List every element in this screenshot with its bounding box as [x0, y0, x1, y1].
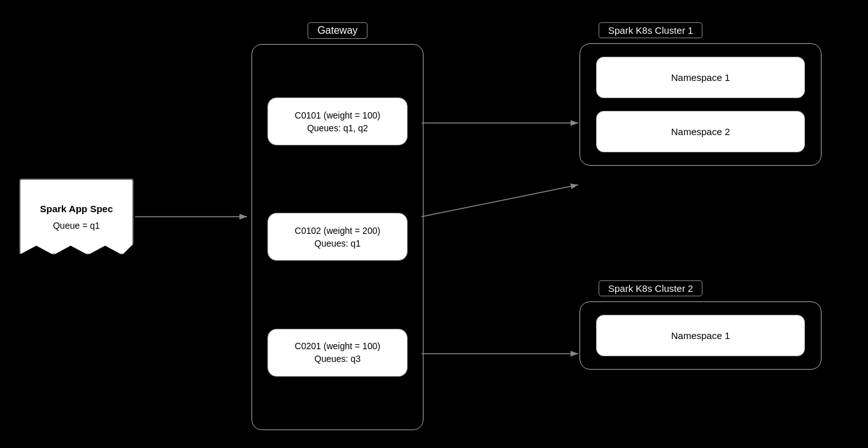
k8s-cluster-1-namespace-1: Namespace 1: [596, 57, 805, 98]
cluster-card-c0101: C0101 (weight = 100) Queues: q1, q2: [267, 98, 408, 145]
cluster-card-c0102-title: C0102 (weight = 200): [295, 226, 380, 236]
k8s-cluster-1-namespace-1-label: Namespace 1: [671, 72, 730, 83]
k8s-cluster-2-namespace-1-label: Namespace 1: [671, 330, 730, 341]
spark-app-spec-box: Spark App Spec Queue = q1: [19, 178, 134, 255]
k8s-cluster-1-namespace-2: Namespace 2: [596, 111, 805, 152]
cluster-card-c0102: C0102 (weight = 200) Queues: q1: [267, 213, 408, 261]
cluster-card-c0101-title: C0101 (weight = 100): [295, 110, 380, 120]
k8s-cluster-2-label: Spark K8s Cluster 2: [599, 280, 702, 296]
k8s-cluster-2-wrapper: Spark K8s Cluster 2 Namespace 1: [580, 280, 828, 370]
k8s-cluster-2-box: Namespace 1: [580, 301, 822, 370]
k8s-cluster-1-namespace-2-label: Namespace 2: [671, 126, 730, 137]
gateway-label: Gateway: [308, 22, 367, 39]
cluster-card-c0201: C0201 (weight = 100) Queues: q3: [267, 329, 408, 377]
k8s-cluster-2-namespace-1: Namespace 1: [596, 315, 805, 356]
cluster-card-c0201-title: C0201 (weight = 100): [295, 341, 380, 351]
diagram-container: Spark App Spec Queue = q1 Gateway C0101 …: [0, 0, 868, 448]
cluster-card-c0101-queues: Queues: q1, q2: [307, 123, 368, 133]
cluster-card-c0201-queues: Queues: q3: [315, 354, 360, 364]
spark-app-spec-queue: Queue = q1: [53, 220, 100, 231]
gateway-box: C0101 (weight = 100) Queues: q1, q2 C010…: [252, 44, 423, 430]
arrow-c0102-to-ns2: [422, 185, 578, 217]
k8s-cluster-1-wrapper: Spark K8s Cluster 1 Namespace 1 Namespac…: [580, 22, 828, 166]
gateway-wrapper: Gateway C0101 (weight = 100) Queues: q1,…: [248, 22, 427, 430]
k8s-cluster-1-label: Spark K8s Cluster 1: [599, 22, 702, 38]
k8s-cluster-1-box: Namespace 1 Namespace 2: [580, 43, 822, 166]
spark-app-spec-title: Spark App Spec: [40, 203, 113, 214]
cluster-card-c0102-queues: Queues: q1: [315, 238, 360, 249]
